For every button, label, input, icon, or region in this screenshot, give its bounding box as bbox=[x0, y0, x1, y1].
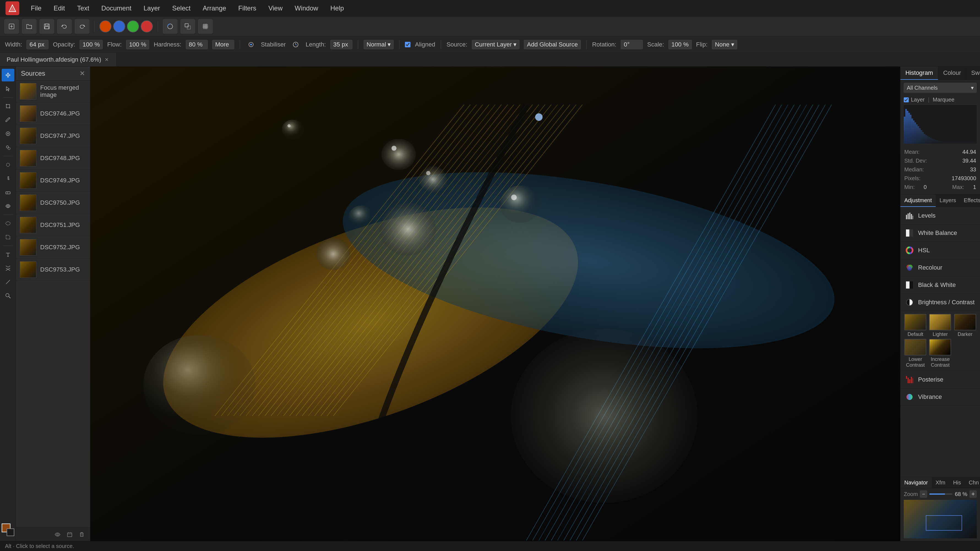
hardness-input[interactable]: 80 % bbox=[186, 40, 208, 49]
tool-move[interactable] bbox=[2, 69, 14, 81]
adj-recolour[interactable]: Recolour bbox=[900, 259, 980, 276]
more-button[interactable]: More bbox=[212, 40, 234, 49]
rotation-input[interactable]: 0° bbox=[621, 40, 643, 49]
toolbar-mode-btn[interactable] bbox=[163, 19, 177, 33]
tool-crop[interactable] bbox=[2, 100, 14, 113]
adj-white-balance[interactable]: White Balance bbox=[900, 224, 980, 242]
source-item-7[interactable]: DSC9753.JPG bbox=[16, 259, 90, 281]
toolbar-open-btn[interactable] bbox=[22, 19, 37, 33]
preset-lower-contrast[interactable]: Lower Contrast bbox=[904, 339, 927, 368]
blend-mode-dropdown[interactable]: Normal ▾ bbox=[364, 40, 394, 49]
nav-tab-navigator[interactable]: Navigator bbox=[900, 477, 932, 488]
menu-help[interactable]: Help bbox=[324, 3, 350, 14]
opacity-input[interactable]: 100 % bbox=[80, 40, 103, 49]
preset-lighter[interactable]: Lighter bbox=[929, 314, 951, 337]
tool-eraser[interactable] bbox=[2, 186, 14, 198]
tool-measure[interactable] bbox=[2, 276, 14, 288]
source-item-5[interactable]: DSC9751.JPG bbox=[16, 214, 90, 236]
sources-eye-btn[interactable] bbox=[52, 530, 62, 540]
adj-posterise[interactable]: Posterise bbox=[900, 371, 980, 388]
adj-levels[interactable]: Levels bbox=[900, 207, 980, 224]
adj-tab-layers[interactable]: Layers bbox=[936, 194, 960, 207]
aligned-checkbox[interactable] bbox=[405, 42, 410, 47]
background-color[interactable] bbox=[6, 529, 14, 536]
tool-brush-select[interactable] bbox=[2, 231, 14, 243]
zoom-slider-track[interactable] bbox=[929, 494, 953, 495]
add-global-source-btn[interactable]: Add Global Source bbox=[524, 40, 581, 49]
tool-select[interactable] bbox=[2, 83, 14, 95]
width-input[interactable]: 64 px bbox=[26, 40, 48, 49]
color-swatch-green[interactable] bbox=[127, 21, 139, 32]
doc-tab-main[interactable]: Paul Hollingworth.afdesign (67.6%) ✕ bbox=[0, 53, 116, 66]
toolbar-save-btn[interactable] bbox=[40, 19, 54, 33]
sources-delete-btn[interactable] bbox=[77, 530, 87, 540]
color-swatch-crimson[interactable] bbox=[141, 21, 153, 32]
tool-zoom[interactable] bbox=[2, 289, 14, 302]
nav-tab-chn[interactable]: Chn bbox=[965, 477, 980, 488]
tool-dodge[interactable] bbox=[2, 172, 14, 185]
source-item-1[interactable]: DSC9747.JPG bbox=[16, 125, 90, 147]
adj-tab-adjustment[interactable]: Adjustment bbox=[900, 194, 936, 207]
toolbar-grid-btn[interactable] bbox=[198, 19, 213, 33]
tab-swatches[interactable]: Swatches bbox=[966, 67, 980, 80]
nav-tab-xfm[interactable]: Xfm bbox=[932, 477, 950, 488]
tool-mesh-warp[interactable] bbox=[2, 262, 14, 275]
channel-select[interactable]: All Channels ▾ bbox=[904, 83, 977, 93]
tool-paint[interactable] bbox=[2, 114, 14, 126]
sources-close-btn[interactable]: ✕ bbox=[80, 70, 85, 77]
adj-black-white[interactable]: Black & White bbox=[900, 276, 980, 294]
preset-default[interactable]: Default bbox=[904, 314, 927, 337]
tool-red-eye[interactable] bbox=[2, 200, 14, 212]
menu-select[interactable]: Select bbox=[166, 3, 197, 14]
source-item-0[interactable]: DSC9746.JPG bbox=[16, 103, 90, 125]
source-item-2[interactable]: DSC9748.JPG bbox=[16, 147, 90, 170]
adj-brightness-contrast[interactable]: Brightness / Contrast bbox=[900, 294, 980, 311]
menu-text[interactable]: Text bbox=[71, 3, 95, 14]
zoom-minus-btn[interactable]: − bbox=[920, 491, 927, 498]
preset-increase-contrast[interactable]: Increase Contrast bbox=[929, 339, 951, 368]
tool-heal[interactable] bbox=[2, 127, 14, 140]
tool-clone[interactable] bbox=[2, 141, 14, 154]
layer-checkbox[interactable] bbox=[904, 97, 909, 102]
nav-tab-his[interactable]: His bbox=[949, 477, 965, 488]
source-item-6[interactable]: DSC9752.JPG bbox=[16, 236, 90, 259]
source-item-3[interactable]: DSC9749.JPG bbox=[16, 170, 90, 192]
flow-input[interactable]: 100 % bbox=[126, 40, 149, 49]
stabiliser-settings[interactable] bbox=[290, 39, 301, 50]
menu-window[interactable]: Window bbox=[289, 3, 324, 14]
preset-darker[interactable]: Darker bbox=[954, 314, 977, 337]
source-item-4[interactable]: DSC9750.JPG bbox=[16, 192, 90, 214]
toolbar-undo-btn[interactable] bbox=[57, 19, 72, 33]
canvas-area[interactable] bbox=[90, 67, 900, 541]
adj-hsl[interactable]: HSL bbox=[900, 242, 980, 259]
navigator-preview[interactable] bbox=[904, 500, 977, 538]
tab-colour[interactable]: Colour bbox=[938, 67, 966, 80]
menu-file[interactable]: File bbox=[25, 3, 48, 14]
menu-arrange[interactable]: Arrange bbox=[197, 3, 232, 14]
source-item-focus[interactable]: Focus merged image bbox=[16, 80, 90, 103]
zoom-plus-btn[interactable]: + bbox=[970, 491, 977, 498]
tool-type[interactable] bbox=[2, 248, 14, 261]
color-swatch-red[interactable] bbox=[99, 21, 111, 32]
menu-view[interactable]: View bbox=[262, 3, 289, 14]
adj-vibrance[interactable]: Vibrance bbox=[900, 388, 980, 406]
stabiliser-toggle[interactable] bbox=[245, 39, 256, 50]
sources-add-btn[interactable] bbox=[65, 530, 75, 540]
menu-edit[interactable]: Edit bbox=[48, 3, 71, 14]
source-dropdown[interactable]: Current Layer ▾ bbox=[472, 40, 520, 49]
toolbar-redo-btn[interactable] bbox=[75, 19, 89, 33]
length-input[interactable]: 35 px bbox=[330, 40, 352, 49]
adj-tab-effects[interactable]: Effects bbox=[960, 194, 980, 207]
tool-blur[interactable] bbox=[2, 159, 14, 171]
toolbar-new-btn[interactable] bbox=[5, 19, 19, 33]
menu-layer[interactable]: Layer bbox=[137, 3, 166, 14]
menu-filters[interactable]: Filters bbox=[232, 3, 262, 14]
doc-tab-close[interactable]: ✕ bbox=[104, 57, 110, 62]
scale-input[interactable]: 100 % bbox=[668, 40, 692, 49]
color-swatch-blue[interactable] bbox=[113, 21, 125, 32]
menu-document[interactable]: Document bbox=[95, 3, 137, 14]
flip-dropdown[interactable]: None ▾ bbox=[712, 40, 737, 49]
tool-lasso[interactable] bbox=[2, 217, 14, 230]
toolbar-transform-btn[interactable] bbox=[181, 19, 195, 33]
tab-histogram[interactable]: Histogram bbox=[900, 67, 938, 80]
